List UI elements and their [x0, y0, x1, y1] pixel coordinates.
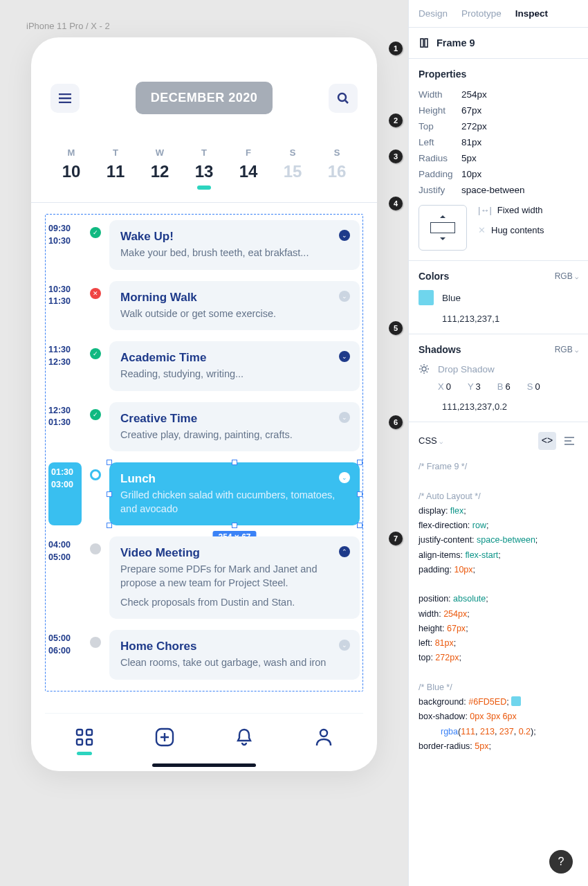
panel-tabs: Design Prototype Inspect	[409, 0, 588, 28]
event-title: Academic Time	[120, 351, 349, 365]
event-desc: Clean rooms, take out garbage, wash and …	[120, 656, 349, 670]
shadow-values: X0 Y3 B6 S0	[438, 381, 578, 392]
nav-bell-icon[interactable]	[235, 727, 253, 749]
event-time: 05:0006:00	[48, 630, 82, 680]
frame-name: Frame 9	[419, 37, 578, 48]
property-row: Justifyspace-between	[419, 185, 578, 195]
selection-handle[interactable]	[357, 523, 362, 528]
day-12[interactable]: W12	[138, 147, 182, 190]
event-desc: Make your bed, brush teeth, eat brakfast…	[120, 246, 349, 260]
event-desc: Check proposals from Dustin and Stan.	[120, 596, 349, 610]
event-title: Wake Up!	[120, 230, 349, 244]
property-row: Padding10px	[419, 169, 578, 179]
code-lang-dropdown[interactable]: CSS ⌵	[419, 433, 443, 449]
code-section: CSS ⌵ <> /* Frame 9 */ /* Auto Layout */…	[409, 422, 588, 886]
event-card[interactable]: Wake Up!Make your bed, brush teeth, eat …	[109, 220, 360, 270]
event-title: Lunch	[120, 472, 349, 486]
status-dot: ✓	[90, 409, 101, 420]
svg-rect-8	[425, 39, 428, 47]
design-canvas[interactable]: iPhone 11 Pro / X - 2 DECEMBER 2020 M10T…	[0, 0, 408, 886]
day-13[interactable]: T13	[182, 147, 226, 190]
constraint-fixed-width: |↔|Fixed width	[478, 205, 544, 215]
selection-handle[interactable]	[107, 523, 112, 528]
event-card[interactable]: Morning WalkWalk outside or get some exe…	[109, 281, 360, 331]
svg-rect-3	[77, 739, 82, 745]
selection-handle[interactable]	[232, 460, 237, 465]
property-row: Height67px	[419, 105, 578, 116]
day-15[interactable]: S15	[270, 147, 315, 190]
tab-inspect[interactable]: Inspect	[515, 8, 548, 19]
chevron-down-icon[interactable]: ⌄	[339, 640, 350, 651]
selection-handle[interactable]	[107, 491, 112, 497]
day-14[interactable]: F14	[226, 147, 270, 190]
event-desc: Prepare some PDFs for Mark and Janet and…	[120, 563, 349, 590]
search-icon[interactable]	[329, 84, 358, 113]
svg-point-6	[320, 730, 327, 736]
selection-handle[interactable]	[357, 460, 362, 465]
list-view-icon[interactable]	[560, 432, 578, 450]
tab-prototype[interactable]: Prototype	[461, 8, 502, 19]
svg-rect-2	[86, 730, 92, 735]
sun-icon	[419, 363, 430, 374]
event-time: 11:3012:30	[48, 341, 82, 391]
tab-design[interactable]: Design	[419, 8, 448, 19]
chevron-down-icon[interactable]: ⌄	[339, 291, 350, 302]
shadow-mode-dropdown[interactable]: RGB ⌵	[555, 345, 578, 354]
shadow-color: 111,213,237,0.2	[442, 401, 507, 412]
property-row: Width254px	[419, 89, 578, 100]
selection-handle[interactable]	[357, 491, 362, 497]
color-mode-dropdown[interactable]: RGB ⌵	[555, 271, 578, 281]
event-card[interactable]: LunchGrilled chicken salad with cucumber…	[109, 462, 360, 525]
event-title: Video Meeting	[120, 546, 349, 560]
month-label[interactable]: DECEMBER 2020	[136, 82, 273, 114]
day-10[interactable]: M10	[49, 147, 93, 190]
bottom-nav	[45, 713, 363, 763]
color-swatch[interactable]	[419, 290, 434, 305]
annotation-1: 1	[389, 42, 403, 55]
event-desc: Grilled chicken salad with cucumbers, to…	[120, 489, 349, 516]
chevron-down-icon[interactable]: ⌄	[339, 412, 350, 423]
status-dot	[90, 469, 101, 480]
shadows-title: Shadows	[419, 344, 461, 355]
menu-icon[interactable]	[50, 84, 80, 113]
event-card[interactable]: Creative TimeCreative play, drawing, pai…	[109, 402, 360, 452]
svg-rect-1	[77, 730, 82, 735]
selection-handle[interactable]	[232, 523, 237, 528]
annotation-6: 6	[389, 415, 403, 429]
event-title: Creative Time	[120, 412, 349, 426]
code-view-icon[interactable]: <>	[538, 432, 556, 450]
property-row: Radius5px	[419, 153, 578, 163]
svg-rect-7	[421, 39, 423, 47]
help-button[interactable]: ?	[549, 850, 573, 874]
color-name: Blue	[442, 293, 461, 303]
event-row: 01:3003:00LunchGrilled chicken salad wit…	[48, 457, 360, 531]
annotation-3: 3	[389, 150, 403, 163]
day-11[interactable]: T11	[93, 147, 138, 190]
annotation-2: 2	[389, 114, 403, 127]
chevron-down-icon[interactable]: ⌄	[339, 230, 350, 241]
event-time: 04:0005:00	[48, 536, 82, 619]
annotation-7: 7	[389, 532, 403, 545]
home-indicator	[152, 763, 256, 767]
event-title: Morning Walk	[120, 291, 349, 305]
annotation-4: 4	[389, 197, 403, 210]
event-card[interactable]: Video MeetingPrepare some PDFs for Mark …	[109, 536, 360, 619]
status-dot: ✕	[90, 288, 101, 299]
event-desc: Walk outside or get some exercise.	[120, 307, 349, 321]
annotation-5: 5	[389, 321, 403, 335]
chevron-down-icon[interactable]: ⌄	[339, 351, 350, 362]
svg-point-9	[422, 367, 426, 371]
code-block[interactable]: /* Frame 9 */ /* Auto Layout */ display:…	[419, 460, 578, 754]
event-card[interactable]: Home ChoresClean rooms, take out garbage…	[109, 630, 360, 680]
day-16[interactable]: S16	[315, 147, 359, 190]
shadow-name: Drop Shadow	[438, 364, 495, 374]
nav-add-icon[interactable]	[155, 727, 174, 749]
nav-dashboard-icon[interactable]	[75, 728, 93, 748]
properties-title: Properties	[419, 69, 578, 80]
status-dot: ✓	[90, 227, 101, 238]
event-card[interactable]: Academic TimeReading, studying, writing.…	[109, 341, 360, 391]
nav-profile-icon[interactable]	[315, 727, 333, 749]
selection-handle[interactable]	[107, 460, 112, 465]
colors-section: Colors RGB ⌵ Blue 111,213,237,1	[409, 261, 588, 334]
event-row: 09:3010:30✓Wake Up!Make your bed, brush …	[48, 215, 360, 275]
